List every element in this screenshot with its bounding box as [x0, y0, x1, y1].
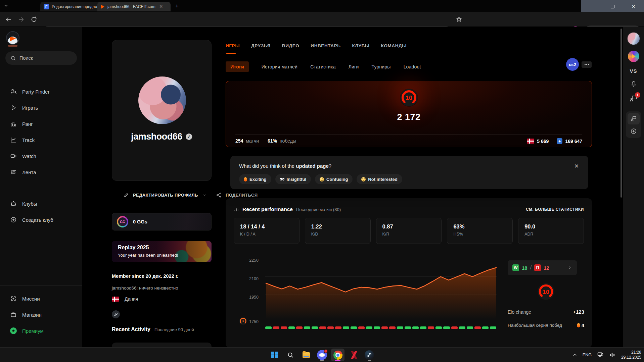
feedback-close-icon[interactable]: ✕	[573, 162, 580, 170]
rail-user-avatar[interactable]	[627, 32, 640, 45]
match-result-dash[interactable]	[420, 326, 426, 329]
match-result-dash[interactable]	[435, 326, 442, 329]
match-result-dash[interactable]	[343, 326, 349, 329]
vs-label[interactable]: VS	[630, 68, 637, 74]
discord-button[interactable]	[315, 349, 329, 361]
ranking-stats[interactable]: 5 669 169 647	[527, 138, 582, 144]
match-result-dash[interactable]	[467, 326, 473, 329]
add-party-icon[interactable]	[630, 128, 637, 135]
cs2-game-icon[interactable]: cs2	[566, 58, 579, 71]
match-result-dash[interactable]	[335, 326, 341, 329]
search-input[interactable]	[19, 55, 66, 61]
match-result-dash[interactable]	[405, 326, 411, 329]
back-icon[interactable]	[5, 16, 12, 23]
tab-videos[interactable]: ВИДЕО	[282, 43, 300, 54]
sidebar-item-track[interactable]: Track	[0, 132, 82, 148]
feedback-option-insightful[interactable]: Insightful	[275, 174, 311, 184]
match-result-dash[interactable]	[474, 326, 481, 329]
match-result-dash[interactable]	[288, 326, 295, 329]
replay-2025-card[interactable]: Replay 2025 Your year has been unleashed…	[112, 241, 212, 262]
match-result-dash[interactable]	[443, 326, 450, 329]
tray-chevron-up-icon[interactable]	[572, 353, 577, 357]
network-icon[interactable]	[597, 352, 604, 358]
file-explorer-button[interactable]	[300, 349, 313, 361]
sidebar-item-missions[interactable]: Миссии	[0, 291, 82, 307]
sidebar-item-clubs[interactable]: Клубы	[0, 196, 82, 212]
match-result-dash[interactable]	[412, 326, 419, 329]
sidebar-item-watch[interactable]: Watch	[0, 148, 82, 164]
win-loss-summary[interactable]: W 18 / П 12	[508, 260, 577, 275]
elo-line-chart[interactable]	[265, 256, 497, 323]
restore-button[interactable]	[602, 0, 623, 13]
steam-link-icon[interactable]	[112, 310, 120, 318]
tab-clubs[interactable]: КЛУБЫ	[352, 43, 370, 54]
sidebar-item-premium[interactable]: ★ Премиум	[0, 323, 82, 339]
rail-reward-icon[interactable]	[628, 51, 639, 62]
sidebar-item-play[interactable]: Играть	[0, 100, 82, 116]
faceit-ac-button[interactable]	[347, 349, 360, 361]
chrome-button[interactable]	[331, 349, 344, 361]
bookmark-star-icon[interactable]	[455, 16, 463, 23]
match-result-dash[interactable]	[304, 326, 310, 329]
match-result-dash[interactable]	[273, 326, 279, 329]
tab-teams[interactable]: КОМАНДЫ	[381, 43, 407, 54]
match-result-dash[interactable]	[296, 326, 303, 329]
match-result-dash[interactable]	[389, 326, 396, 329]
match-result-dash[interactable]	[281, 326, 287, 329]
new-tab-button[interactable]: +	[175, 3, 179, 9]
sidebar-item-party-finder[interactable]: Party Finder	[0, 84, 82, 100]
tab-friends[interactable]: ДРУЗЬЯ	[251, 43, 271, 54]
subtab-loadout[interactable]: Loadout	[404, 64, 421, 69]
tab-games[interactable]: ИГРЫ	[226, 43, 240, 54]
close-button[interactable]: ✕	[623, 0, 644, 13]
feedback-option-exciting[interactable]: Exciting	[239, 174, 271, 184]
game-more-kebab-icon[interactable]	[582, 61, 592, 68]
see-more-stats-link[interactable]: СМ. БОЛЬШЕ СТАТИСТИКИ	[526, 207, 584, 212]
edit-profile-button[interactable]: РЕДАКТИРОВАТЬ ПРОФИЛЬ	[123, 192, 207, 198]
match-result-dash[interactable]	[351, 326, 357, 329]
feedback-option-confusing[interactable]: Confusing	[315, 174, 353, 184]
taskbar-clock[interactable]: 21:28 29.12.2025	[621, 350, 641, 360]
match-result-dash[interactable]	[397, 326, 403, 329]
reload-icon[interactable]	[30, 16, 38, 23]
subtab-overview[interactable]: Итоги	[226, 61, 249, 72]
profile-avatar[interactable]	[138, 76, 186, 124]
match-result-dash[interactable]	[312, 326, 318, 329]
notifications-bell[interactable]	[630, 80, 637, 89]
feedback-option-not-interested[interactable]: Not interested	[357, 174, 402, 184]
forward-icon[interactable]	[17, 16, 25, 23]
match-result-dash[interactable]	[327, 326, 334, 329]
subtab-tournaments[interactable]: Турниры	[371, 64, 390, 69]
language-indicator[interactable]: ENG	[583, 353, 592, 357]
match-result-dash[interactable]	[451, 326, 458, 329]
tab-close-icon[interactable]: ✕	[158, 4, 164, 10]
minimize-button[interactable]: —	[581, 0, 602, 13]
page-scrollbar[interactable]	[620, 29, 622, 198]
match-result-dash[interactable]	[358, 326, 365, 329]
volume-icon[interactable]	[609, 352, 616, 358]
watching-players-button[interactable]: 1	[630, 95, 638, 104]
start-button[interactable]	[268, 349, 281, 361]
match-result-dash[interactable]	[490, 326, 496, 329]
subtab-stats[interactable]: Статистика	[310, 64, 336, 69]
search-box[interactable]	[5, 51, 77, 65]
party-slot-button[interactable]	[628, 113, 640, 124]
match-result-dash[interactable]	[459, 326, 465, 329]
match-result-dash[interactable]	[374, 326, 380, 329]
gg-counter-card[interactable]: GG 0 GGs	[112, 213, 212, 230]
match-result-dash[interactable]	[366, 326, 372, 329]
steam-button[interactable]	[363, 349, 376, 361]
match-result-dash[interactable]	[428, 326, 434, 329]
sidebar-item-feed[interactable]: Лента	[0, 164, 82, 180]
sidebar-item-shop[interactable]: Магазин	[0, 307, 82, 323]
subtab-leagues[interactable]: Лиги	[349, 64, 359, 69]
faceit-logo[interactable]	[6, 31, 20, 47]
taskbar-search-button[interactable]	[284, 349, 297, 361]
share-profile-button[interactable]: ПОДЕЛИТЬСЯ	[216, 192, 258, 198]
match-result-dash[interactable]	[482, 326, 489, 329]
tab-search-chevron-icon[interactable]	[3, 3, 9, 10]
tab-inventory[interactable]: ИНВЕНТАРЬ	[311, 43, 340, 54]
match-result-dash[interactable]	[381, 326, 388, 329]
subtab-match-history[interactable]: История матчей	[262, 64, 297, 69]
browser-tab-active[interactable]: jamshood66 - FACEIT.com ✕	[97, 2, 171, 11]
